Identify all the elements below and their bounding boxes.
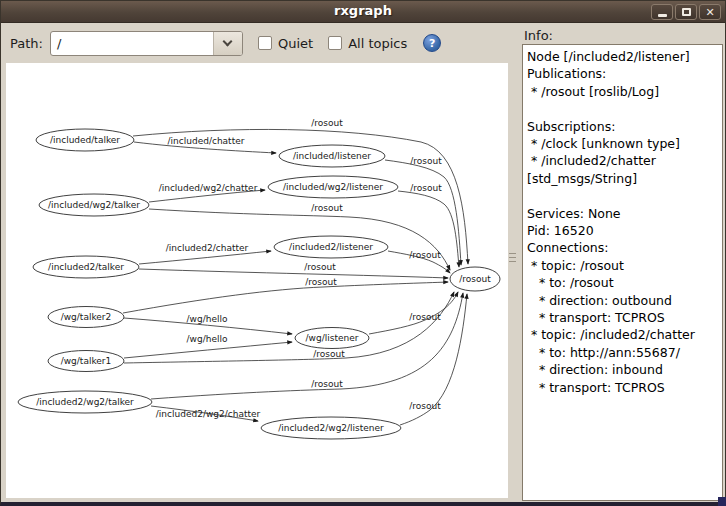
graph-edge (139, 269, 448, 278)
maximize-button[interactable] (675, 4, 697, 20)
info-textbox: Node [/included2/listener]Publications: … (522, 44, 723, 501)
node-label: /wg/talker1 (61, 356, 112, 366)
graph-edge (123, 282, 448, 313)
graph-node[interactable]: /wg/talker2 (48, 307, 124, 328)
graph-node[interactable]: /included2/talker (33, 256, 139, 278)
node-label: /included/wg2/listener (283, 182, 383, 192)
maximize-icon (682, 8, 691, 16)
window-title: rxgraph (1, 3, 725, 18)
quiet-checkbox[interactable] (258, 36, 272, 50)
graph-node[interactable]: /included2/wg2/talker (18, 391, 152, 413)
info-line: * transport: TCPROS (527, 379, 720, 396)
toolbar: Path: / Quiet All topics ? (1, 23, 518, 63)
close-icon: ✕ (705, 7, 714, 18)
help-icon: ? (429, 37, 435, 50)
minimize-icon (658, 14, 667, 17)
edge-label: /included/wg2/chatter (159, 183, 258, 193)
edge-label: /rosout (313, 349, 345, 359)
node-label: /rosout (459, 274, 491, 284)
info-line: * transport: TCPROS (527, 309, 720, 326)
graph-node[interactable]: /wg/talker1 (48, 351, 124, 372)
info-line: [std_msgs/String] (527, 170, 720, 187)
splitter-sash[interactable] (509, 253, 516, 266)
resize-grip[interactable] (718, 497, 726, 506)
graph-edge (124, 342, 292, 358)
graph-node[interactable]: /rosout (450, 267, 500, 291)
info-line: * to: /rosout (527, 274, 720, 291)
app-window: rxgraph ✕ Path: / Quiet All topics ? (0, 0, 726, 506)
info-line: * direction: outbound (527, 292, 720, 309)
info-line: Connections: (527, 239, 720, 256)
info-line: * topic: /included2/chatter (527, 326, 720, 343)
info-line: * /included2/chatter (527, 152, 720, 169)
info-line: * /rosout [roslib/Log] (527, 83, 720, 100)
path-label: Path: (10, 36, 43, 51)
info-line: Publications: (527, 65, 720, 82)
info-line: Node [/included2/listener] (527, 48, 720, 65)
edge-label: /rosout (410, 183, 442, 193)
minimize-button[interactable] (651, 4, 673, 20)
node-label: /included/wg2/talker (48, 200, 140, 210)
graph-node[interactable]: /included/wg2/talker (39, 194, 149, 216)
edge-label: /rosout (311, 203, 343, 213)
edge-label: /rosout (305, 277, 337, 287)
node-label: /included2/wg2/talker (36, 397, 134, 407)
info-line: * to: http://ann:55687/ (527, 344, 720, 361)
chevron-down-icon (223, 36, 233, 46)
graph-node[interactable]: /included2/listener (274, 236, 388, 258)
edge-label: /wg/hello (187, 314, 228, 324)
all-topics-label: All topics (348, 36, 407, 51)
node-label: /wg/listener (306, 333, 359, 343)
close-button[interactable]: ✕ (699, 4, 721, 20)
node-label: /wg/talker2 (61, 312, 112, 322)
path-combobox[interactable]: / (50, 31, 243, 56)
edge-label: /rosout (311, 118, 343, 128)
edge-label: /rosout (409, 250, 441, 260)
window-controls: ✕ (651, 4, 721, 20)
edge-label: /included2/chatter (166, 243, 249, 253)
path-value[interactable]: / (51, 32, 213, 55)
info-line: Pid: 16520 (527, 222, 720, 239)
graph-node[interactable]: /included/wg2/listener (268, 176, 398, 198)
node-label: /included2/talker (48, 262, 124, 272)
combo-dropdown-button[interactable] (213, 32, 242, 55)
info-line: * topic: /rosout (527, 257, 720, 274)
graph-edge (124, 292, 454, 363)
titlebar[interactable]: rxgraph ✕ (1, 1, 725, 23)
node-label: /included/talker (50, 135, 120, 145)
edge-label: /wg/hello (187, 334, 228, 344)
info-line (527, 100, 720, 117)
help-button[interactable]: ? (423, 34, 441, 52)
all-topics-checkbox[interactable] (328, 36, 342, 50)
info-panel-label: Info: (524, 28, 553, 43)
all-topics-checkbox-group[interactable]: All topics (328, 36, 407, 51)
info-line (527, 187, 720, 204)
graph-node[interactable]: /wg/listener (295, 328, 369, 349)
node-label: /included2/listener (289, 242, 373, 252)
edge-label: /included/chatter (168, 136, 245, 146)
edge-label: /rosout (409, 312, 441, 322)
edge-label: /rosout (410, 156, 442, 166)
node-label: /included2/wg2/listener (278, 423, 384, 433)
info-line: * direction: inbound (527, 361, 720, 378)
graph-canvas-area[interactable]: /included/chatter/rosout/rosout/included… (6, 63, 508, 498)
edge-label: /rosout (311, 379, 343, 389)
node-label: /included/listener (293, 151, 371, 161)
info-line: * /clock [unknown type] (527, 135, 720, 152)
edge-label: /rosout (409, 401, 441, 411)
edge-label: /rosout (304, 262, 336, 272)
quiet-label: Quiet (278, 36, 313, 51)
edge-label: /included2/wg2/chatter (156, 409, 261, 419)
info-line: Subscriptions: (527, 118, 720, 135)
graph-node[interactable]: /included/talker (36, 129, 134, 151)
graph-node[interactable]: /included/listener (279, 145, 385, 167)
quiet-checkbox-group[interactable]: Quiet (258, 36, 313, 51)
info-line: Services: None (527, 205, 720, 222)
graph-node[interactable]: /included2/wg2/listener (261, 417, 401, 439)
graph-svg: /included/chatter/rosout/rosout/included… (6, 63, 508, 498)
